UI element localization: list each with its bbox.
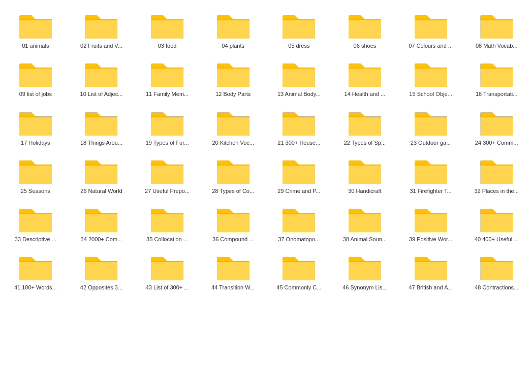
folder-item-23[interactable]: 23 Outdoor ga... [398, 102, 464, 150]
folder-item-29[interactable]: 29 Crime and P... [266, 150, 332, 199]
folder-item-28[interactable]: 28 Types of Co... [200, 150, 266, 199]
folder-item-31[interactable]: 31 Firefighter T... [398, 150, 464, 199]
folder-label: 38 Animal Soun... [343, 236, 387, 243]
folder-icon [216, 108, 251, 136]
folder-label: 16 Transportati... [476, 90, 518, 97]
folder-icon [414, 108, 448, 136]
folder-label: 28 Types of Co... [212, 187, 254, 194]
folder-item-47[interactable]: 47 British and A... [398, 247, 464, 295]
folder-item-4[interactable]: 04 plants [200, 5, 266, 53]
folder-item-36[interactable]: 36 Compound ... [200, 199, 266, 247]
folder-icon [281, 11, 316, 39]
folder-icon [150, 11, 184, 39]
folder-item-13[interactable]: 13 Animal Body... [266, 53, 332, 102]
folder-icon [150, 108, 184, 136]
folder-label: 46 Synonym Lis... [342, 284, 387, 291]
folder-item-12[interactable]: 12 Body Parts [200, 53, 266, 102]
folder-item-17[interactable]: 17 Holidays [3, 102, 69, 150]
folder-icon [84, 205, 118, 233]
folder-label: 11 Family Mem... [146, 90, 189, 97]
folder-label: 31 Firefighter T... [410, 187, 451, 194]
folder-icon [414, 156, 448, 184]
folder-item-48[interactable]: 48 Contractions... [463, 247, 529, 295]
folder-icon [18, 156, 53, 184]
folder-item-16[interactable]: 16 Transportati... [463, 53, 529, 102]
folder-icon [479, 156, 514, 184]
folder-item-19[interactable]: 19 Types of Fur... [134, 102, 200, 150]
folder-item-22[interactable]: 22 Types of Sp... [332, 102, 398, 150]
folder-item-6[interactable]: 06 shoes [332, 5, 398, 53]
folder-item-1[interactable]: 01 animals [3, 5, 69, 53]
folder-item-7[interactable]: 07 Colours and ... [398, 5, 464, 53]
folder-item-25[interactable]: 25 Seasons [3, 150, 69, 199]
folder-icon [84, 11, 118, 39]
folder-item-26[interactable]: 26 Natural World [69, 150, 135, 199]
folder-item-20[interactable]: 20 Kitchen Voc... [200, 102, 266, 150]
folder-item-34[interactable]: 34 2000+ Com... [69, 199, 135, 247]
folder-label: 44 Transition W... [211, 284, 255, 291]
folder-icon [414, 11, 448, 39]
folder-item-15[interactable]: 15 School Obje... [398, 53, 464, 102]
folder-label: 03 food [158, 42, 177, 49]
folder-item-37[interactable]: 37 Onomatopo... [266, 199, 332, 247]
folder-label: 17 Holidays [21, 139, 50, 146]
folder-icon [348, 205, 382, 233]
folder-icon [281, 156, 316, 184]
folder-item-9[interactable]: 09 list of jobs [3, 53, 69, 102]
folder-item-32[interactable]: 32 Places in the... [463, 150, 529, 199]
folder-label: 27 Useful Prepo... [145, 187, 190, 194]
folder-item-41[interactable]: 41 100+ Words... [3, 247, 69, 295]
folder-item-43[interactable]: 43 List of 300+ ... [134, 247, 200, 295]
folder-item-2[interactable]: 02 Fruits and V... [69, 5, 135, 53]
folder-item-33[interactable]: 33 Descriptive ... [3, 199, 69, 247]
folder-item-18[interactable]: 18 Things Arou... [69, 102, 135, 150]
folder-item-42[interactable]: 42 Opposites 3... [69, 247, 135, 295]
folder-label: 05 dress [288, 42, 309, 49]
folder-item-46[interactable]: 46 Synonym Lis... [332, 247, 398, 295]
folder-label: 33 Descriptive ... [15, 236, 56, 243]
folder-icon [479, 108, 514, 136]
folder-label: 25 Seasons [21, 187, 50, 194]
folder-icon [216, 253, 251, 281]
folder-item-10[interactable]: 10 List of Adjec... [69, 53, 135, 102]
folder-icon [348, 253, 382, 281]
folder-icon [479, 253, 514, 281]
folder-item-3[interactable]: 03 food [134, 5, 200, 53]
folder-item-39[interactable]: 39 Positive Wor... [398, 199, 464, 247]
folder-label: 41 100+ Words... [14, 284, 57, 291]
folder-item-21[interactable]: 21 300+ House... [266, 102, 332, 150]
folder-item-24[interactable]: 24 300+ Comm... [463, 102, 529, 150]
folder-icon [348, 11, 382, 39]
folder-label: 15 School Obje... [409, 90, 452, 97]
folder-item-8[interactable]: 08 Math Vocab... [463, 5, 529, 53]
folder-label: 40 400+ Useful ... [475, 236, 519, 243]
folder-label: 32 Places in the... [474, 187, 518, 194]
folder-icon [281, 253, 316, 281]
folder-icon [414, 59, 448, 87]
folder-label: 26 Natural World [80, 187, 122, 194]
folder-label: 24 300+ Comm... [475, 139, 518, 146]
folder-item-27[interactable]: 27 Useful Prepo... [134, 150, 200, 199]
folder-label: 35 Collocation ... [146, 236, 188, 243]
folder-item-38[interactable]: 38 Animal Soun... [332, 199, 398, 247]
folder-item-35[interactable]: 35 Collocation ... [134, 199, 200, 247]
folder-icon [18, 253, 53, 281]
folder-item-30[interactable]: 30 Handicraft [332, 150, 398, 199]
folder-label: 47 British and A... [409, 284, 452, 291]
folder-icon [348, 156, 382, 184]
folder-item-14[interactable]: 14 Health and ... [332, 53, 398, 102]
folder-icon [84, 156, 118, 184]
folder-label: 04 plants [222, 42, 244, 49]
folder-icon [150, 156, 184, 184]
folder-item-11[interactable]: 11 Family Mem... [134, 53, 200, 102]
folder-label: 42 Opposites 3... [80, 284, 122, 291]
folder-icon [281, 108, 316, 136]
folder-item-44[interactable]: 44 Transition W... [200, 247, 266, 295]
folder-icon [84, 59, 118, 87]
folder-item-40[interactable]: 40 400+ Useful ... [463, 199, 529, 247]
folder-item-5[interactable]: 05 dress [266, 5, 332, 53]
folder-label: 12 Body Parts [215, 90, 251, 97]
folder-label: 39 Positive Wor... [409, 236, 452, 243]
folder-item-45[interactable]: 45 Commonly C... [266, 247, 332, 295]
folder-icon [150, 59, 184, 87]
